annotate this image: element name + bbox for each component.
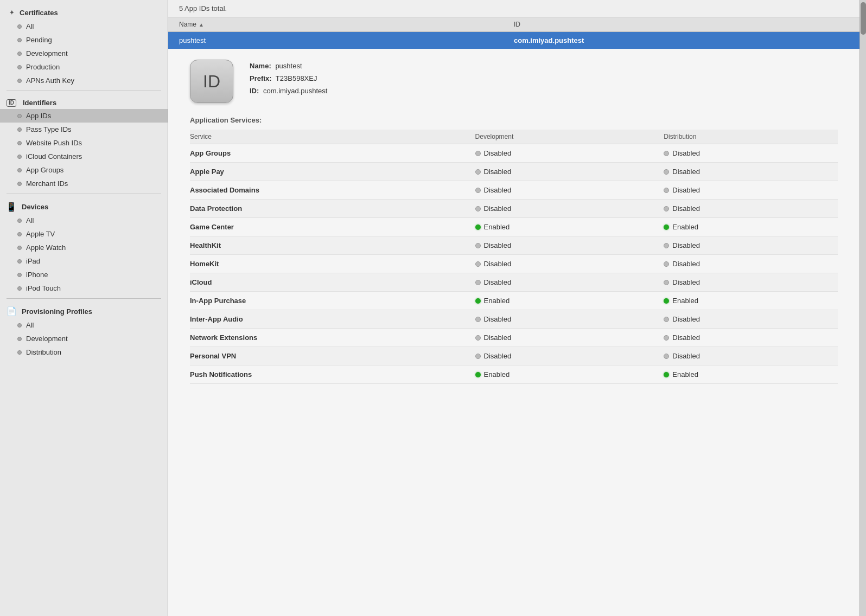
- table-row: Associated DomainsDisabledDisabled: [190, 181, 838, 200]
- sidebar-item-label: Pass Type IDs: [26, 125, 72, 133]
- detail-fields: Name: pushtest Prefix: T23B598XEJ ID: co…: [250, 60, 327, 99]
- sidebar-item-app-groups[interactable]: App Groups: [0, 163, 168, 177]
- status-dot-icon: [664, 188, 669, 193]
- sidebar-item-apns-auth-key[interactable]: APNs Auth Key: [0, 74, 168, 87]
- sidebar-item-development-provisioning[interactable]: Development: [0, 332, 168, 345]
- dist-status-text: Enabled: [672, 223, 698, 231]
- divider: [7, 298, 161, 299]
- selected-row-name: pushtest: [179, 36, 514, 44]
- sidebar-item-all-certs[interactable]: All: [0, 20, 168, 33]
- bullet-icon: [17, 286, 22, 291]
- service-name: HomeKit: [190, 255, 469, 273]
- service-dist-status: Disabled: [657, 329, 838, 347]
- sidebar-item-label: Pending: [26, 36, 52, 44]
- sidebar-item-apple-tv[interactable]: Apple TV: [0, 227, 168, 241]
- sidebar-item-all-devices[interactable]: All: [0, 214, 168, 227]
- sidebar-item-label: iPod Touch: [26, 284, 61, 292]
- sidebar-item-app-ids[interactable]: App IDs: [0, 109, 168, 123]
- sidebar-item-icloud-containers[interactable]: iCloud Containers: [0, 150, 168, 163]
- provisioning-label: Provisioning Profiles: [22, 307, 92, 316]
- provisioning-section-header: 📄 Provisioning Profiles: [0, 302, 168, 318]
- status-dot-icon: [475, 206, 481, 211]
- col-name-header[interactable]: Name ▲: [179, 21, 514, 28]
- status-dot-icon: [475, 372, 481, 377]
- sidebar-item-label: Apple Watch: [26, 243, 66, 252]
- service-dev-status: Disabled: [469, 255, 658, 273]
- sidebar-item-label: All: [26, 216, 34, 224]
- selected-row-id: com.imiyad.pushtest: [514, 36, 849, 44]
- bullet-icon: [17, 246, 22, 250]
- detail-name-field: Name: pushtest: [250, 62, 327, 70]
- dist-status-text: Disabled: [672, 315, 700, 323]
- sidebar-item-ipad[interactable]: iPad: [0, 254, 168, 268]
- bullet-icon: [17, 182, 22, 186]
- sidebar-item-label: Apple TV: [26, 230, 55, 238]
- sidebar-item-website-push-ids[interactable]: Website Push IDs: [0, 136, 168, 150]
- dev-status-text: Disabled: [484, 204, 512, 213]
- sidebar-item-label: Production: [26, 63, 60, 71]
- status-dot-icon: [664, 317, 669, 322]
- dev-status-text: Disabled: [484, 333, 512, 342]
- bullet-icon: [17, 219, 22, 223]
- service-name: Push Notifications: [190, 365, 469, 384]
- col-id-header: ID: [514, 21, 849, 28]
- services-table: Service Development Distribution App Gro…: [190, 130, 838, 384]
- sidebar-item-apple-watch[interactable]: Apple Watch: [0, 241, 168, 254]
- table-row: In-App PurchaseEnabledEnabled: [190, 292, 838, 310]
- status-dot-icon: [475, 188, 481, 193]
- sidebar-item-ipod-touch[interactable]: iPod Touch: [0, 281, 168, 295]
- sidebar-item-label: Development: [26, 335, 68, 343]
- service-dev-status: Disabled: [469, 273, 658, 292]
- service-dist-status: Disabled: [657, 255, 838, 273]
- dev-status-text: Disabled: [484, 278, 512, 286]
- dist-status-text: Enabled: [672, 370, 698, 378]
- service-dist-status: Disabled: [657, 347, 838, 365]
- service-name: App Groups: [190, 144, 469, 163]
- table-row: HomeKitDisabledDisabled: [190, 255, 838, 273]
- sidebar-item-production[interactable]: Production: [0, 60, 168, 74]
- scrollbar-thumb[interactable]: [861, 2, 866, 35]
- service-name: Apple Pay: [190, 163, 469, 181]
- table-row: Push NotificationsEnabledEnabled: [190, 365, 838, 384]
- dev-status-text: Enabled: [484, 370, 510, 378]
- sidebar-item-development-cert[interactable]: Development: [0, 47, 168, 60]
- prefix-label: Prefix:: [250, 74, 271, 82]
- certificates-section-header: ✦ Certificates: [0, 3, 168, 20]
- th-distribution: Distribution: [657, 130, 838, 144]
- bullet-icon: [17, 141, 22, 145]
- scrollbar-track[interactable]: [859, 0, 866, 616]
- selected-row[interactable]: pushtest com.imiyad.pushtest: [168, 32, 859, 49]
- table-row: Network ExtensionsDisabledDisabled: [190, 329, 838, 347]
- divider: [7, 194, 161, 194]
- service-name: Data Protection: [190, 200, 469, 218]
- detail-panel: ID Name: pushtest Prefix: T23B598XEJ ID:…: [168, 49, 859, 616]
- sidebar-item-all-provisioning[interactable]: All: [0, 318, 168, 332]
- sidebar-item-pass-type-ids[interactable]: Pass Type IDs: [0, 123, 168, 136]
- sidebar-item-pending[interactable]: Pending: [0, 33, 168, 47]
- status-dot-icon: [475, 280, 481, 285]
- detail-prefix-field: Prefix: T23B598XEJ: [250, 74, 327, 82]
- th-development: Development: [469, 130, 658, 144]
- service-dist-status: Disabled: [657, 310, 838, 329]
- service-name: Personal VPN: [190, 347, 469, 365]
- sidebar-item-iphone[interactable]: iPhone: [0, 268, 168, 281]
- sidebar-item-label: iCloud Containers: [26, 152, 82, 161]
- name-value: pushtest: [275, 62, 302, 70]
- sidebar-item-distribution[interactable]: Distribution: [0, 345, 168, 359]
- status-dot-icon: [664, 151, 669, 156]
- sidebar-item-label: iPhone: [26, 271, 48, 279]
- provisioning-icon: 📄: [7, 306, 16, 316]
- status-dot-icon: [475, 354, 481, 359]
- dist-status-text: Disabled: [672, 241, 700, 249]
- bullet-icon: [17, 273, 22, 277]
- table-row: Data ProtectionDisabledDisabled: [190, 200, 838, 218]
- service-dev-status: Disabled: [469, 310, 658, 329]
- status-dot-icon: [664, 224, 669, 230]
- devices-label: Devices: [22, 203, 48, 211]
- sidebar-item-merchant-ids[interactable]: Merchant IDs: [0, 177, 168, 190]
- service-name: HealthKit: [190, 236, 469, 255]
- identifiers-section-header: ID Identifiers: [0, 94, 168, 109]
- bullet-icon: [17, 155, 22, 159]
- sort-arrow-icon: ▲: [199, 22, 204, 28]
- service-dist-status: Disabled: [657, 181, 838, 200]
